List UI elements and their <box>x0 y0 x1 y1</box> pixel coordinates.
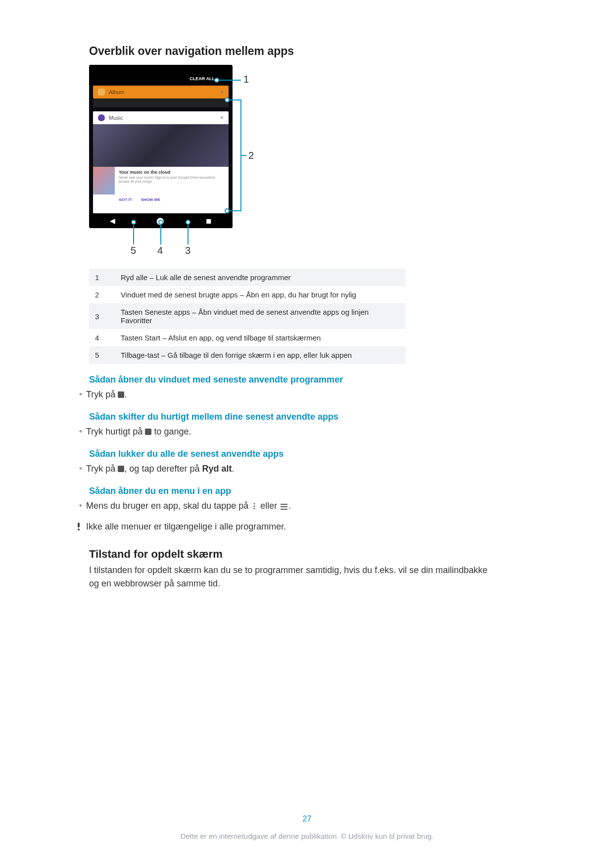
hamburger-menu-icon <box>280 500 288 513</box>
instruction-text: Tryk på , og tap derefter på Ryd alt. <box>86 462 235 475</box>
cloud-title: Your music on the cloud <box>119 170 225 175</box>
bullet-icon: • <box>75 462 86 475</box>
recent-apps-icon <box>118 391 124 398</box>
svg-point-2 <box>254 508 255 510</box>
subheading-close-all: Sådan lukker du alle de senest anvendte … <box>89 449 525 459</box>
close-icon: × <box>220 114 224 121</box>
music-title: Music <box>109 115 123 121</box>
svg-rect-6 <box>78 523 80 528</box>
card-album-header: Album × <box>93 86 229 98</box>
recent-icon: ◼ <box>206 217 212 225</box>
instruction-text: Mens du bruger en app, skal du tappe på … <box>86 499 291 513</box>
close-icon: × <box>220 89 224 96</box>
album-title: Album <box>109 89 124 95</box>
subheading-switch-quick: Sådan skifter du hurtigt mellem dine sen… <box>89 412 525 422</box>
subheading-open-recent: Sådan åbner du vinduet med seneste anven… <box>89 375 525 385</box>
heading-main: Overblik over navigation mellem apps <box>89 45 525 58</box>
got-it-button: GOT IT <box>119 197 132 202</box>
svg-rect-4 <box>281 506 287 507</box>
phone-mock: CLEAR ALL Album × Music × <box>89 65 233 228</box>
bullet-icon: • <box>75 425 86 438</box>
legend-row: 5Tilbage-tast – Gå tilbage til den forri… <box>89 346 406 364</box>
callout-3: 3 <box>185 245 190 256</box>
card-music: Music × Your music on the cloud Never lo… <box>93 111 229 228</box>
page-number: 27 <box>0 815 614 823</box>
cloud-subtitle: Never lose your music! Sign in to your G… <box>119 176 225 184</box>
important-icon <box>75 520 86 534</box>
callout-4: 4 <box>157 245 163 256</box>
album-icon <box>98 89 105 96</box>
legend-row: 4Tasten Start – Afslut en app, og vend t… <box>89 329 406 346</box>
callout-1: 1 <box>243 74 249 85</box>
svg-rect-5 <box>281 509 287 510</box>
clear-all-label: CLEAR ALL <box>89 73 233 85</box>
heading-split-screen: Tilstand for opdelt skærm <box>89 548 525 561</box>
copyright-footer: Dette er en internetudgave af denne publ… <box>0 832 614 840</box>
legend-table: 1Ryd alle – Luk alle de senest anvendte … <box>89 269 406 364</box>
show-me-button: SHOW ME <box>141 197 160 202</box>
legend-row: 2Vinduet med de senest brugte apps – Åbn… <box>89 286 406 303</box>
kebab-menu-icon <box>251 500 258 513</box>
figure-app-switcher: CLEAR ALL Album × Music × <box>89 65 277 258</box>
paragraph-split-screen: I tilstanden for opdelt skærm kan du se … <box>89 564 495 589</box>
bullet-icon: • <box>75 499 86 512</box>
back-icon: ◀ <box>110 217 115 225</box>
instruction-text: Tryk hurtigt på to gange. <box>86 425 191 438</box>
callout-5: 5 <box>131 245 136 256</box>
bullet-icon: • <box>75 388 86 401</box>
music-icon <box>98 114 105 121</box>
recent-apps-icon <box>145 429 151 435</box>
avatar-art <box>93 167 115 194</box>
subheading-open-menu: Sådan åbner du en menu i en app <box>89 486 525 496</box>
instruction-text: Tryk på . <box>86 388 127 401</box>
recent-apps-icon <box>118 466 124 472</box>
legend-row: 1Ryd alle – Luk alle de senest anvendte … <box>89 269 406 286</box>
svg-rect-3 <box>281 504 287 505</box>
svg-point-7 <box>78 529 80 530</box>
legend-row: 3Tasten Seneste apps – Åbn vinduet med d… <box>89 303 406 329</box>
svg-point-0 <box>254 503 255 505</box>
callout-2: 2 <box>248 150 254 161</box>
note-text: Ikke alle menuer er tilgængelige i alle … <box>86 520 286 533</box>
svg-point-1 <box>254 506 255 507</box>
